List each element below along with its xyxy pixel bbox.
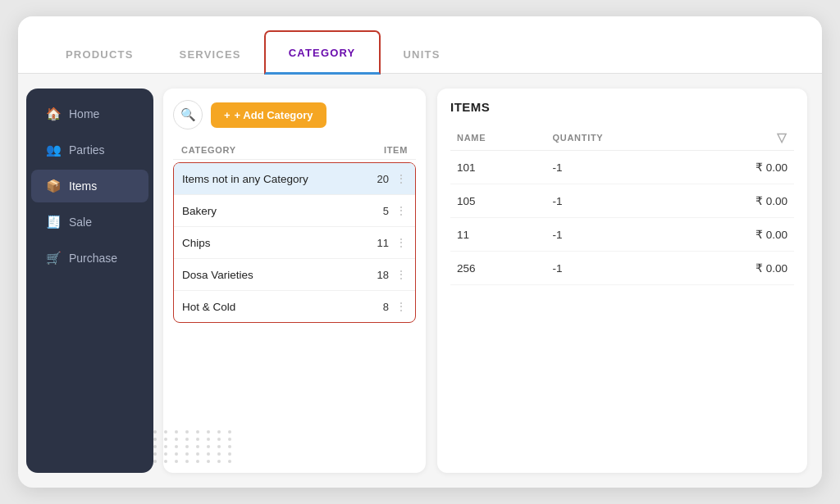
plus-icon: + [224,109,231,121]
search-icon: 🔍 [180,107,196,122]
tabs-bar: PRODUCTS SERVICES CATEGORY UNITS [18,16,822,74]
col-category-header: CATEGORY [181,145,236,155]
purchase-icon: 🛒 [46,251,61,266]
items-title: ITEMS [450,100,794,114]
table-row[interactable]: Chips 11 ⋮ [174,227,415,259]
sidebar: 🏠 Home 👥 Parties 📦 Items 🧾 Sale 🛒 Purcha… [26,89,153,473]
sidebar-label-sale: Sale [69,216,92,229]
category-rows: Items not in any Category 20 ⋮ Bakery 5 … [173,162,416,323]
category-name: Hot & Cold [182,301,358,313]
item-quantity: -1 [546,184,692,218]
category-row-right: 20 ⋮ [358,172,407,185]
category-name: Bakery [182,205,358,217]
table-row[interactable]: Items not in any Category 20 ⋮ [174,163,415,195]
category-row-right: 5 ⋮ [358,204,407,217]
search-add-row: 🔍 + + Add Category [173,100,416,129]
item-price: ₹ 0.00 [692,218,794,252]
category-row-right: 11 ⋮ [358,236,407,249]
tab-services[interactable]: SERVICES [157,34,264,75]
table-row: 11 -1 ₹ 0.00 [450,218,794,252]
category-table-header: CATEGORY ITEM [173,141,416,160]
tab-products[interactable]: PRODUCTS [43,34,157,75]
category-name: Chips [182,237,358,249]
dots-icon[interactable]: ⋮ [395,268,407,281]
add-category-button[interactable]: + + Add Category [211,102,326,128]
item-price: ₹ 0.00 [692,151,794,184]
tab-units[interactable]: UNITS [381,34,463,75]
table-row: 101 -1 ₹ 0.00 [450,151,794,184]
search-button[interactable]: 🔍 [173,100,203,129]
sidebar-item-items[interactable]: 📦 Items [31,170,148,202]
item-name: 11 [450,218,546,252]
item-price: ₹ 0.00 [692,252,794,285]
sidebar-item-parties[interactable]: 👥 Parties [31,134,148,166]
items-table: NAME QUANTITY ▽ 101 -1 ₹ 0.00 [450,125,794,285]
items-icon: 📦 [46,179,61,193]
col-quantity-header: QUANTITY [546,125,692,151]
sale-icon: 🧾 [46,215,61,229]
item-count: 8 [371,301,389,313]
category-row-right: 8 ⋮ [358,300,407,313]
col-item-header: ITEM [384,145,408,155]
add-category-label: + Add Category [235,109,313,121]
table-row: 105 -1 ₹ 0.00 [450,184,794,218]
dots-icon[interactable]: ⋮ [395,300,407,313]
item-name: 105 [450,184,546,218]
table-row[interactable]: Bakery 5 ⋮ [174,195,415,227]
dot-decoration: const dotGrid = document.querySelector('… [153,430,235,463]
home-icon: 🏠 [46,107,61,121]
sidebar-label-purchase: Purchase [69,252,117,265]
items-panel: ITEMS NAME QUANTITY ▽ 101 [437,89,807,473]
category-panel: 🔍 + + Add Category CATEGORY ITEM Items n… [163,89,426,473]
table-row[interactable]: Dosa Varieties 18 ⋮ [174,259,415,291]
item-quantity: -1 [546,252,692,285]
dots-icon[interactable]: ⋮ [395,204,407,217]
item-count: 18 [371,269,389,281]
item-name: 256 [450,252,546,285]
tab-category[interactable]: CATEGORY [264,30,381,75]
item-name: 101 [450,151,546,184]
item-count: 5 [371,205,389,217]
table-row[interactable]: Hot & Cold 8 ⋮ [174,291,415,322]
dots-icon[interactable]: ⋮ [395,172,407,185]
content-area: 🔍 + + Add Category CATEGORY ITEM Items n… [163,89,807,473]
sidebar-item-home[interactable]: 🏠 Home [31,98,148,130]
item-count: 20 [371,173,389,185]
category-row-right: 18 ⋮ [358,268,407,281]
main-card: PRODUCTS SERVICES CATEGORY UNITS 🏠 Home … [18,16,822,488]
dots-icon[interactable]: ⋮ [395,236,407,249]
sidebar-label-home: Home [69,107,99,120]
col-filter[interactable]: ▽ [692,125,794,151]
filter-icon[interactable]: ▽ [777,130,788,144]
sidebar-label-parties: Parties [69,143,105,157]
col-name-header: NAME [450,125,546,151]
parties-icon: 👥 [46,143,61,157]
sidebar-label-items: Items [69,179,97,193]
sidebar-item-sale[interactable]: 🧾 Sale [31,206,148,238]
table-row: 256 -1 ₹ 0.00 [450,252,794,285]
item-quantity: -1 [546,218,692,252]
category-name: Items not in any Category [182,173,358,185]
item-quantity: -1 [546,151,692,184]
body-area: 🏠 Home 👥 Parties 📦 Items 🧾 Sale 🛒 Purcha… [18,74,822,488]
category-name: Dosa Varieties [182,269,358,281]
item-count: 11 [371,237,389,249]
item-price: ₹ 0.00 [692,184,794,218]
sidebar-item-purchase[interactable]: 🛒 Purchase [31,242,148,275]
